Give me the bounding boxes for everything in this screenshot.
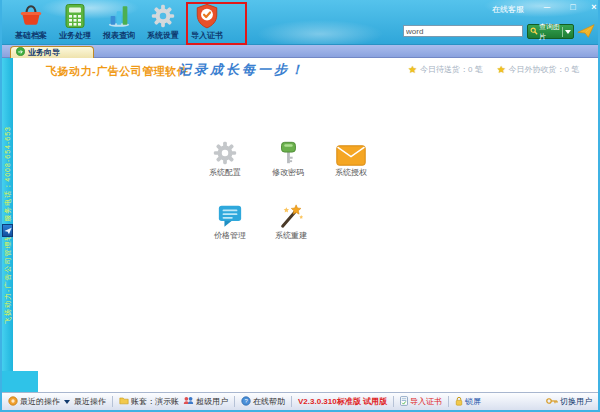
- button-divider: [562, 27, 563, 37]
- green-globe-icon: [16, 47, 25, 58]
- stat-pending-delivery: ★ 今日待送货：0 笔: [408, 64, 483, 75]
- current-user-indicator: 超级用户: [183, 396, 228, 407]
- shortcut-change-password[interactable]: 修改密码: [259, 140, 317, 178]
- gear-icon: [150, 3, 176, 29]
- maximize-button[interactable]: □: [566, 2, 580, 13]
- switch-user-label: 切换用户: [560, 396, 592, 407]
- online-help-button[interactable]: ? 在线帮助: [241, 396, 285, 408]
- import-cert-button[interactable]: 导入证书: [400, 396, 442, 408]
- minimize-button[interactable]: ─: [540, 2, 554, 13]
- stat-outsourcing-receipt: ★ 今日外协收货：0 笔: [497, 64, 580, 75]
- app-window: 基础档案 业务处理: [0, 0, 600, 412]
- toolbar-button-import-cert[interactable]: 导入证书: [184, 3, 230, 44]
- statusbar-separator: [112, 396, 113, 407]
- version-text: V2.3.0.310标准版 试用版: [298, 396, 387, 407]
- import-cert-label: 导入证书: [410, 396, 442, 407]
- status-bar: 最近的操作 最近操作 账套：演示账 超级用户 ? 在线帮助: [2, 392, 598, 410]
- search-input[interactable]: [403, 25, 523, 37]
- toolbar-button-label: 业务处理: [59, 30, 91, 41]
- search-button-label: 查询图片: [539, 22, 560, 42]
- toolbar-button-business[interactable]: 业务处理: [52, 3, 98, 44]
- bar-chart-icon: [106, 3, 132, 29]
- ledger-icon: [119, 396, 129, 407]
- window-frame-left: [0, 0, 2, 412]
- certificate-icon: [400, 396, 408, 408]
- chevron-down-icon: [64, 400, 70, 404]
- shortcut-system-rebuild[interactable]: 系统重建: [262, 203, 320, 241]
- magnifier-icon: [530, 27, 538, 36]
- shortcut-system-license[interactable]: 系统授权: [322, 140, 380, 178]
- tab-label: 业务向导: [28, 47, 60, 58]
- tab-business-wizard[interactable]: 业务向导: [10, 46, 94, 58]
- chevron-down-icon: [565, 30, 571, 34]
- account-set-label: 账套：演示账: [131, 396, 179, 407]
- version-label: V2.3.0.310标准版 试用版: [298, 396, 387, 407]
- users-icon: [183, 396, 194, 407]
- shortcut-label: 系统授权: [335, 167, 367, 178]
- shortcut-label: 系统配置: [209, 167, 241, 178]
- toolbar-button-label: 系统设置: [147, 30, 179, 41]
- shield-check-icon: [194, 3, 220, 29]
- toolbar-button-label: 报表查询: [103, 30, 135, 41]
- toolbar-button-label: 基础档案: [15, 30, 47, 41]
- shortcut-label: 系统重建: [275, 230, 307, 241]
- key-icon: [546, 397, 558, 407]
- shortcut-price-management[interactable]: 价格管理: [201, 203, 259, 241]
- recent-operations-label: 最近操作: [74, 396, 106, 407]
- magic-wand-icon: [278, 203, 304, 229]
- calculator-icon: [62, 3, 88, 29]
- toolbar-button-settings[interactable]: 系统设置: [140, 3, 186, 44]
- toolbar-button-label: 导入证书: [191, 30, 223, 41]
- recent-operations-menu-label: 最近的操作: [20, 396, 60, 407]
- statusbar-separator: [393, 396, 394, 407]
- history-icon: [8, 396, 18, 408]
- shortcut-label: 修改密码: [272, 167, 304, 178]
- toolbar-button-reports[interactable]: 报表查询: [96, 3, 142, 44]
- brand-slogan: 记录成长每一步！: [178, 61, 306, 79]
- stat-label: 今日待送货：0 笔: [420, 64, 483, 75]
- strip-bottom-block: [2, 371, 38, 392]
- statusbar-separator: [291, 396, 292, 407]
- customer-service-icon[interactable]: [2, 224, 13, 237]
- lock-icon: [455, 396, 463, 408]
- chat-bubble-icon: [217, 203, 243, 229]
- statusbar-separator: [448, 396, 449, 407]
- tab-strip: 业务向导: [2, 45, 598, 58]
- search-images-button[interactable]: 查询图片: [527, 24, 574, 39]
- statusbar-separator: [234, 396, 235, 407]
- recent-operations-button[interactable]: 最近操作: [74, 396, 106, 407]
- account-set-indicator: 账套：演示账: [119, 396, 179, 407]
- current-user-label: 超级用户: [196, 396, 228, 407]
- shortcut-system-config[interactable]: 系统配置: [196, 140, 254, 178]
- daily-stats: ★ 今日待送货：0 笔 ★ 今日外协收货：0 笔: [408, 64, 579, 75]
- brand-title: 飞扬动力-广告公司管理软件: [46, 64, 188, 79]
- toolbar-button-basic-files[interactable]: 基础档案: [8, 3, 54, 44]
- switch-user-button[interactable]: 切换用户: [546, 396, 592, 407]
- paper-plane-icon[interactable]: [577, 23, 595, 39]
- main-toolbar: 基础档案 业务处理: [0, 0, 600, 45]
- stat-label: 今日外协收货：0 笔: [509, 64, 580, 75]
- recent-operations-menu[interactable]: 最近的操作: [8, 396, 70, 408]
- star-icon: ★: [497, 65, 506, 75]
- lock-screen-label: 锁屏: [465, 396, 481, 407]
- star-icon: ★: [408, 65, 417, 75]
- basket-icon: [18, 3, 44, 29]
- shortcut-label: 价格管理: [214, 230, 246, 241]
- gear-icon: [212, 140, 238, 166]
- key-icon: [275, 140, 301, 166]
- help-icon: ?: [241, 396, 251, 408]
- online-service-link[interactable]: 在线客服: [492, 4, 524, 15]
- online-help-label: 在线帮助: [253, 396, 285, 407]
- envelope-icon: [336, 140, 366, 166]
- lock-screen-button[interactable]: 锁屏: [455, 396, 481, 408]
